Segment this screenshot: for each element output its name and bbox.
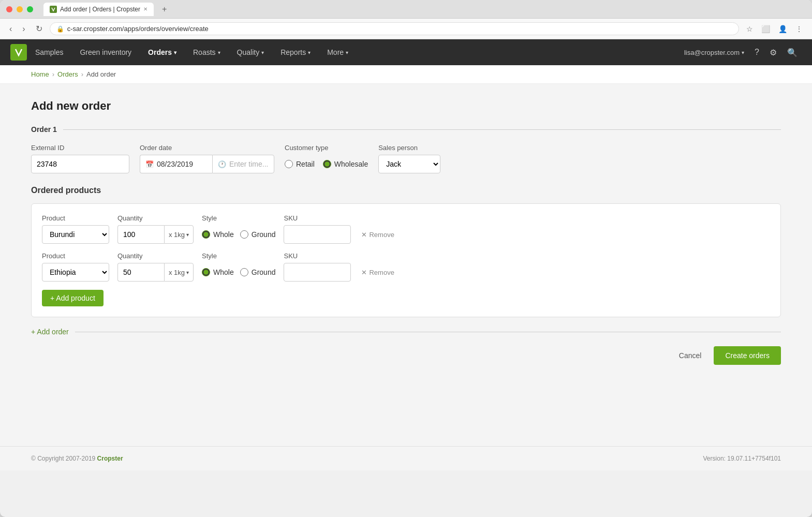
search-icon[interactable]: 🔍 xyxy=(783,46,802,60)
reload-button[interactable]: ↻ xyxy=(33,22,46,36)
order-date-label: Order date xyxy=(140,144,274,152)
app-navbar: Samples Green inventory Orders ▾ Roasts … xyxy=(0,39,812,65)
settings-icon[interactable]: ⚙ xyxy=(765,46,781,60)
wholesale-radio-label[interactable]: Wholesale xyxy=(323,160,368,168)
style-col-2: Style Whole Ground xyxy=(202,252,275,282)
order-section-label: Order 1 xyxy=(31,125,57,134)
whole-radio-label-2[interactable]: Whole xyxy=(202,268,234,276)
maximize-button[interactable] xyxy=(27,6,33,12)
style-radios-1: Whole Ground xyxy=(202,225,275,244)
whole-radio-1[interactable] xyxy=(202,230,210,239)
user-dropdown-arrow: ▾ xyxy=(742,50,744,55)
footer-brand: Cropster xyxy=(97,455,123,462)
bookmark-icon[interactable]: ☆ xyxy=(743,23,756,35)
product-select-2[interactable]: Burundi Ethiopia Colombia Kenya xyxy=(42,263,109,282)
lock-icon: 🔒 xyxy=(56,25,64,33)
ground-radio-label-2[interactable]: Ground xyxy=(240,268,276,276)
external-id-input[interactable] xyxy=(31,155,129,173)
customer-type-radios: Retail Wholesale xyxy=(285,155,368,173)
footer-actions: Cancel Create orders xyxy=(31,346,781,365)
quantity-col-2: Quantity x 1kg ▾ xyxy=(117,252,194,282)
close-button[interactable] xyxy=(6,6,12,12)
style-radios-2: Whole Ground xyxy=(202,263,275,282)
breadcrumb-orders[interactable]: Orders xyxy=(57,70,78,78)
add-product-button[interactable]: + Add product xyxy=(42,290,104,306)
order-section: Order 1 External ID Order date 📅 08/23/2… xyxy=(31,125,781,173)
quantity-input-1[interactable] xyxy=(117,225,164,244)
browser-tab[interactable]: Add order | Orders | Cropster ✕ xyxy=(43,3,154,16)
nav-reports[interactable]: Reports ▾ xyxy=(272,39,319,65)
help-icon[interactable]: ? xyxy=(750,46,763,59)
app-footer: © Copyright 2007-2019 Cropster Version: … xyxy=(0,446,812,470)
remove-button-2[interactable]: ✕ Remove xyxy=(359,263,396,282)
quantity-unit-1[interactable]: x 1kg ▾ xyxy=(164,225,194,244)
sku-input-2[interactable] xyxy=(284,263,351,282)
order-date-group: Order date 📅 08/23/2019 🕐 Enter time... xyxy=(140,144,274,173)
cancel-button[interactable]: Cancel xyxy=(673,347,708,364)
create-orders-button[interactable]: Create orders xyxy=(714,346,781,365)
product-label-1: Product xyxy=(42,214,109,222)
products-section: Ordered products Product Burundi Ethiopi… xyxy=(31,186,781,317)
url-bar[interactable]: 🔒 c-sar.cropster.com/apps/orders/overvie… xyxy=(50,22,739,35)
remove-x-icon-1: ✕ xyxy=(361,231,367,239)
nav-quality[interactable]: Quality ▾ xyxy=(229,39,273,65)
sku-col-2: SKU xyxy=(284,252,351,282)
quantity-unit-arrow-1: ▾ xyxy=(186,232,189,238)
quantity-group-2: x 1kg ▾ xyxy=(117,263,194,282)
order-date-value: 08/23/2019 xyxy=(157,160,193,168)
product-label-2: Product xyxy=(42,252,109,260)
add-order-button[interactable]: + Add order xyxy=(31,328,69,336)
quantity-input-2[interactable] xyxy=(117,263,164,282)
retail-radio[interactable] xyxy=(285,160,293,168)
retail-radio-label[interactable]: Retail xyxy=(285,160,315,168)
nav-samples[interactable]: Samples xyxy=(27,39,71,65)
whole-label-2: Whole xyxy=(213,268,234,276)
quantity-unit-2[interactable]: x 1kg ▾ xyxy=(164,263,194,282)
nav-orders[interactable]: Orders ▾ xyxy=(140,39,185,65)
nav-more[interactable]: More ▾ xyxy=(319,39,357,65)
ground-radio-1[interactable] xyxy=(240,230,248,239)
retail-label: Retail xyxy=(296,160,315,168)
nav-green-inventory[interactable]: Green inventory xyxy=(71,39,140,65)
new-tab-button[interactable]: + xyxy=(158,5,171,14)
nav-roasts[interactable]: Roasts ▾ xyxy=(185,39,229,65)
profile-icon[interactable]: 👤 xyxy=(775,23,790,35)
sku-col-1: SKU xyxy=(284,214,351,244)
sales-person-select[interactable]: Jack Lisa Tom xyxy=(378,155,440,173)
cast-icon[interactable]: ⬜ xyxy=(758,23,773,35)
footer-version: Version: 19.07.11+7754f101 xyxy=(703,455,781,462)
tab-close-icon[interactable]: ✕ xyxy=(143,6,147,12)
roasts-dropdown-arrow: ▾ xyxy=(218,50,220,55)
menu-icon[interactable]: ⋮ xyxy=(792,23,806,35)
sku-input-1[interactable] xyxy=(284,225,351,244)
whole-radio-2[interactable] xyxy=(202,268,210,276)
ground-radio-2[interactable] xyxy=(240,268,248,276)
whole-label-1: Whole xyxy=(213,230,234,239)
orders-dropdown-arrow: ▾ xyxy=(174,50,176,55)
breadcrumb-home[interactable]: Home xyxy=(31,70,49,78)
form-row-order-details: External ID Order date 📅 08/23/2019 🕐 En… xyxy=(31,144,781,173)
external-id-label: External ID xyxy=(31,144,129,152)
back-button[interactable]: ‹ xyxy=(6,22,15,36)
wholesale-radio[interactable] xyxy=(323,160,331,168)
product-col-1: Product Burundi Ethiopia Colombia Kenya xyxy=(42,214,109,244)
product-col-2: Product Burundi Ethiopia Colombia Kenya xyxy=(42,252,109,282)
ground-radio-label-1[interactable]: Ground xyxy=(240,230,276,239)
product-select-1[interactable]: Burundi Ethiopia Colombia Kenya xyxy=(42,225,109,244)
order-date-input[interactable]: 📅 08/23/2019 xyxy=(140,155,212,173)
quantity-col-1: Quantity x 1kg ▾ xyxy=(117,214,194,244)
sku-label-2: SKU xyxy=(284,252,351,260)
clock-icon: 🕐 xyxy=(218,160,226,168)
order-time-input[interactable]: 🕐 Enter time... xyxy=(212,155,274,173)
remove-button-1[interactable]: ✕ Remove xyxy=(359,225,396,244)
minimize-button[interactable] xyxy=(17,6,23,12)
quality-dropdown-arrow: ▾ xyxy=(261,50,264,55)
ground-label-2: Ground xyxy=(252,268,276,276)
add-order-divider xyxy=(75,332,781,332)
user-menu[interactable]: lisa@cropster.com ▾ xyxy=(680,49,748,56)
style-label-2: Style xyxy=(202,252,275,260)
quantity-group-1: x 1kg ▾ xyxy=(117,225,194,244)
breadcrumb: Home › Orders › Add order xyxy=(0,65,812,84)
whole-radio-label-1[interactable]: Whole xyxy=(202,230,234,239)
forward-button[interactable]: › xyxy=(19,22,28,36)
